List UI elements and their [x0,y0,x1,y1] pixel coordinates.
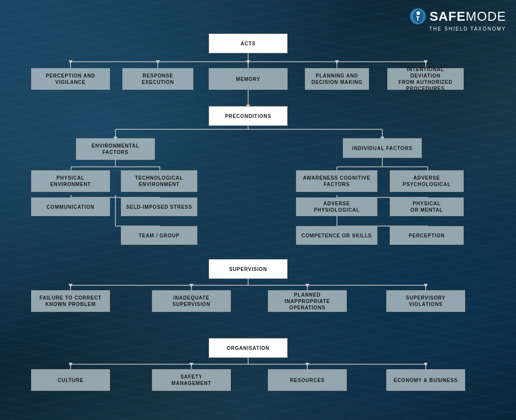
inadequate-node: INADEQUATE SUPERVISION [152,290,231,312]
safety-mgmt-node: SAFETY MANAGEMENT [152,369,231,391]
physical-env-node: PHYSICAL ENVIRONMENT [31,170,110,192]
physical-mental-node: PHYSICAL OR MENTAL [390,197,464,216]
perception-node: PERCEPTION AND VIGILANCE [31,68,110,90]
memory-node: MEMORY [209,68,288,90]
logo-mode: MODE [466,9,506,24]
communication-node: COMMUNICATION [31,197,110,216]
svg-marker-50 [335,60,339,64]
intentional-node: INTENTIONAL DEVIATION FROM AUTHORIZED PR… [387,68,464,90]
logo-icon [409,7,427,25]
resources-node: RESOURCES [268,369,347,391]
planned-node: PLANNED INAPPROPRIATE OPERATIONS [268,290,347,312]
svg-marker-58 [424,284,428,288]
svg-marker-51 [424,60,428,64]
logo-area: SAFE MODE THE SHIELD TAXONOMY [409,7,506,32]
ind-factors-node: INDIVIDUAL FACTORS [343,138,422,158]
svg-marker-59 [69,363,73,367]
failure-node: FAILURE TO CORRECT KNOWN PROBLEM [31,290,110,312]
preconditions-node: PRECONDITIONS [209,106,288,126]
planning-node: PLANNING AND DECISION MAKING [305,68,369,90]
svg-marker-61 [305,363,309,367]
economy-node: ECONOMY & BUSINESS [386,369,465,391]
svg-marker-49 [246,60,250,64]
acts-node: ACTS [209,34,288,53]
svg-marker-55 [69,284,73,288]
env-factors-node: ENVIRONMENTAL FACTORS [76,138,155,160]
adverse-physio-node: ADVERSE PHYSIOLOGICAL [296,197,377,216]
supervisory-node: SUPERVISORY VIOLATIONS [386,290,465,312]
team-group-node: TEAM / GROUP [121,226,197,245]
awareness-node: AWARENESS COGNITIVE FACTORS [296,170,377,192]
tech-env-node: TECHNOLOGICAL ENVIRONMENT [121,170,197,192]
svg-marker-47 [69,60,73,64]
competence-node: COMPETENCE OR SKILLS [296,226,377,245]
logo: SAFE MODE [409,7,506,25]
svg-marker-57 [305,284,309,288]
main-content: SAFE MODE THE SHIELD TAXONOMY [0,0,516,420]
svg-marker-56 [189,284,193,288]
logo-subtitle: THE SHIELD TAXONOMY [429,26,506,32]
culture-node: CULTURE [31,369,110,391]
adverse-psych-node: ADVERSE PSYCHOLOGICAL [390,170,464,192]
logo-safe: SAFE [430,9,466,24]
logo-text: SAFE MODE [430,9,506,24]
svg-marker-62 [424,363,428,367]
svg-marker-48 [156,60,160,64]
svg-marker-60 [189,363,193,367]
supervision-node: SUPERVISION [209,259,288,279]
self-stress-node: SELD-IMPOSED STRESS [121,197,197,216]
organisation-node: ORGANISATION [209,338,288,358]
svg-point-1 [416,11,420,15]
response-node: RESPONSE EXECUTION [122,68,193,90]
perception2-node: PERCEPTION [390,226,464,245]
